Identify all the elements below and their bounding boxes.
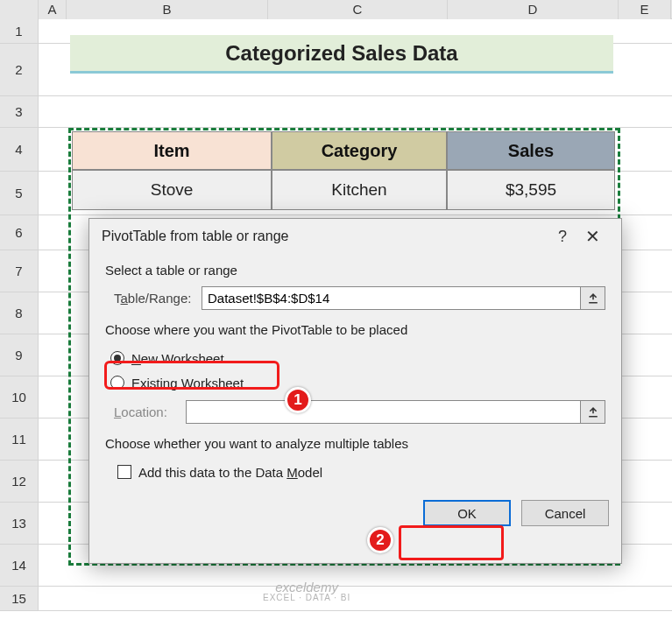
row-header-10[interactable]: 10 (0, 376, 39, 418)
collapse-location-icon[interactable] (581, 400, 605, 424)
row-header-1[interactable]: 1 (0, 19, 39, 43)
cancel-button[interactable]: Cancel (521, 500, 609, 526)
close-icon[interactable]: ✕ (576, 226, 609, 247)
annotation-badge-2: 2 (367, 527, 393, 553)
checkbox-label: Add this data to the Data Model (138, 465, 322, 480)
radio-icon (110, 376, 124, 390)
row-header-12[interactable]: 12 (0, 461, 39, 502)
row-header-3[interactable]: 3 (0, 96, 39, 127)
table-row: Stove Kitchen $3,595 (72, 170, 615, 210)
radio-new-label: New Worksheet (131, 351, 224, 366)
col-header-C[interactable]: C (268, 0, 448, 19)
dialog-titlebar[interactable]: PivotTable from table or range ? ✕ (89, 219, 621, 254)
help-icon[interactable]: ? (549, 228, 576, 246)
ok-button[interactable]: OK (423, 500, 511, 526)
watermark: exceldemy EXCEL · DATA · BI (263, 580, 350, 602)
col-item[interactable]: Item (72, 131, 272, 170)
row-header-11[interactable]: 11 (0, 419, 39, 460)
column-headers: A B C D E (0, 0, 672, 19)
col-header-D[interactable]: D (448, 0, 619, 19)
col-header-B[interactable]: B (67, 0, 268, 19)
row-header-2[interactable]: 2 (0, 44, 39, 95)
spreadsheet-area: A B C D E 1 2 3 4 5 6 7 8 9 10 11 12 13 … (0, 0, 672, 626)
row-header-14[interactable]: 14 (0, 545, 39, 586)
section-placement: Choose where you want the PivotTable to … (105, 322, 605, 337)
section-multi-tables: Choose whether you want to analyze multi… (105, 436, 605, 451)
section-select-range: Select a table or range (105, 263, 605, 278)
range-label: Table/Range: (114, 291, 202, 306)
table-header-row: Item Category Sales (72, 131, 615, 170)
data-table: Item Category Sales Stove Kitchen $3,595 (72, 131, 615, 210)
col-header-A[interactable]: A (39, 0, 67, 19)
cell-category[interactable]: Kitchen (272, 170, 447, 210)
watermark-line2: EXCEL · DATA · BI (263, 594, 350, 602)
radio-icon (110, 351, 124, 365)
dialog-body: Select a table or range Table/Range: Cho… (89, 254, 621, 493)
col-category[interactable]: Category (272, 131, 447, 170)
select-all-corner[interactable] (0, 0, 39, 19)
row-header-8[interactable]: 8 (0, 292, 39, 334)
collapse-range-icon[interactable] (581, 286, 605, 310)
radio-existing-worksheet[interactable]: Existing Worksheet (110, 370, 605, 395)
page-title: Categorized Sales Data (70, 35, 613, 74)
range-input[interactable] (202, 286, 581, 310)
checkbox-icon (117, 465, 131, 479)
cell-sales[interactable]: $3,595 (447, 170, 615, 210)
row-header-9[interactable]: 9 (0, 334, 39, 376)
location-input[interactable] (186, 400, 581, 424)
dialog-buttons: OK Cancel (89, 493, 621, 537)
pivottable-dialog: PivotTable from table or range ? ✕ Selec… (88, 218, 622, 564)
row-header-6[interactable]: 6 (0, 215, 39, 250)
col-header-E[interactable]: E (619, 0, 671, 19)
radio-existing-label: Existing Worksheet (131, 376, 244, 390)
col-sales[interactable]: Sales (447, 131, 615, 170)
row-header-7[interactable]: 7 (0, 250, 39, 292)
watermark-line1: exceldemy (275, 580, 338, 594)
radio-new-worksheet[interactable]: New Worksheet (110, 346, 605, 370)
row-header-13[interactable]: 13 (0, 503, 39, 544)
row-header-15[interactable]: 15 (0, 587, 39, 610)
dialog-title: PivotTable from table or range (102, 229, 549, 244)
checkbox-data-model[interactable]: Add this data to the Data Model (117, 460, 605, 484)
row-header-5[interactable]: 5 (0, 172, 39, 215)
row-header-4[interactable]: 4 (0, 128, 39, 171)
location-label: Location: (114, 404, 186, 419)
cell-item[interactable]: Stove (72, 170, 272, 210)
annotation-badge-1: 1 (285, 387, 311, 413)
